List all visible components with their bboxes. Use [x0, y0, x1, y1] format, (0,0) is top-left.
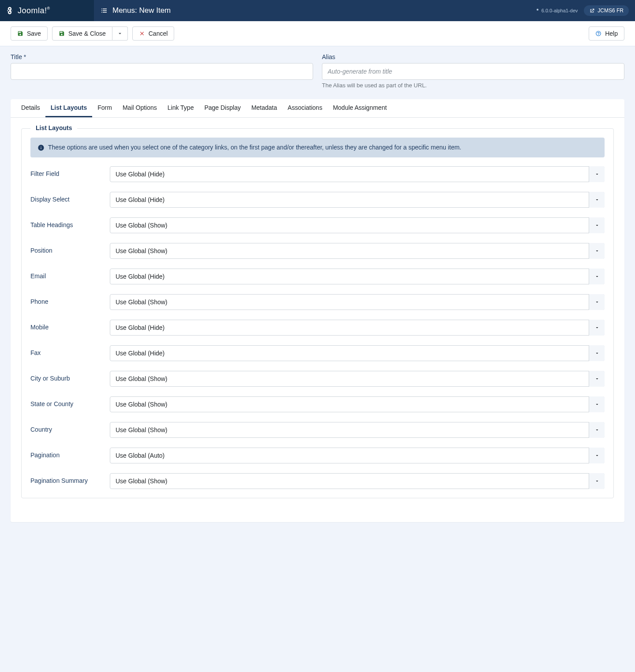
control-row: PositionUse Global (Show): [30, 243, 605, 259]
state-or-county-select[interactable]: Use Global (Show): [110, 396, 605, 412]
alias-label: Alias: [322, 53, 624, 60]
version-icon: [535, 8, 540, 13]
title-label: Title *: [11, 53, 313, 60]
alias-hint: The Alias will be used as part of the UR…: [322, 82, 624, 89]
control-input: Use Global (Hide): [110, 166, 605, 182]
control-label: Phone: [30, 294, 110, 305]
tab-module-assignment[interactable]: Module Assignment: [328, 99, 392, 117]
control-label: Position: [30, 243, 110, 254]
tab-mail-options[interactable]: Mail Options: [117, 99, 162, 117]
tab-list-layouts[interactable]: List Layouts: [45, 99, 92, 117]
control-label: Email: [30, 269, 110, 280]
select-wrap: Use Global (Hide): [110, 345, 605, 361]
page-heading: Menus: New Item: [94, 6, 171, 15]
control-row: FaxUse Global (Hide): [30, 345, 605, 361]
tabs: DetailsList LayoutsFormMail OptionsLink …: [11, 99, 624, 118]
brand-text: Joomla!®: [18, 6, 50, 15]
display-select-select[interactable]: Use Global (Hide): [110, 192, 605, 208]
control-label: Fax: [30, 345, 110, 356]
select-wrap: Use Global (Show): [110, 473, 605, 489]
cancel-button[interactable]: Cancel: [132, 26, 175, 41]
control-input: Use Global (Hide): [110, 345, 605, 361]
version-badge[interactable]: 6.0.0-alpha1-dev: [535, 8, 578, 13]
alias-input[interactable]: [322, 63, 624, 80]
page-title: Menus: New Item: [112, 6, 171, 15]
control-input: Use Global (Show): [110, 294, 605, 310]
chevron-down-icon: [117, 30, 123, 37]
select-wrap: Use Global (Auto): [110, 448, 605, 463]
phone-select[interactable]: Use Global (Show): [110, 294, 605, 310]
select-wrap: Use Global (Hide): [110, 269, 605, 284]
tab-form[interactable]: Form: [92, 99, 117, 117]
control-row: MobileUse Global (Hide): [30, 320, 605, 336]
control-row: Filter FieldUse Global (Hide): [30, 166, 605, 182]
topbar: Joomla!® Menus: New Item 6.0.0-alpha1-de…: [0, 0, 635, 21]
city-or-suburb-select[interactable]: Use Global (Show): [110, 371, 605, 387]
table-headings-select[interactable]: Use Global (Show): [110, 217, 605, 233]
mobile-select[interactable]: Use Global (Hide): [110, 320, 605, 336]
fax-select[interactable]: Use Global (Hide): [110, 345, 605, 361]
tab-link-type[interactable]: Link Type: [162, 99, 199, 117]
select-wrap: Use Global (Show): [110, 396, 605, 412]
control-input: Use Global (Show): [110, 396, 605, 412]
tab-page-display[interactable]: Page Display: [199, 99, 246, 117]
fieldset-legend: List Layouts: [30, 124, 77, 131]
tab-metadata[interactable]: Metadata: [246, 99, 282, 117]
control-row: CountryUse Global (Show): [30, 422, 605, 438]
list-icon: [100, 7, 108, 15]
save-button[interactable]: Save: [11, 26, 48, 41]
control-input: Use Global (Hide): [110, 269, 605, 284]
control-input: Use Global (Hide): [110, 192, 605, 208]
brand[interactable]: Joomla!®: [0, 0, 94, 21]
select-wrap: Use Global (Show): [110, 422, 605, 438]
help-button[interactable]: Help: [589, 26, 624, 41]
control-label: Country: [30, 422, 110, 433]
save-close-button[interactable]: Save & Close: [52, 26, 112, 41]
country-select[interactable]: Use Global (Show): [110, 422, 605, 438]
control-input: Use Global (Show): [110, 473, 605, 489]
control-input: Use Global (Auto): [110, 448, 605, 463]
select-wrap: Use Global (Hide): [110, 320, 605, 336]
save-close-group: Save & Close: [52, 26, 128, 41]
pagination-select[interactable]: Use Global (Auto): [110, 448, 605, 463]
control-label: Filter Field: [30, 166, 110, 177]
pagination-summary-select[interactable]: Use Global (Show): [110, 473, 605, 489]
control-label: Pagination: [30, 448, 110, 459]
save-dropdown-button[interactable]: [112, 26, 128, 41]
control-label: Table Headings: [30, 217, 110, 228]
control-row: EmailUse Global (Hide): [30, 269, 605, 284]
filter-field-select[interactable]: Use Global (Hide): [110, 166, 605, 182]
control-input: Use Global (Show): [110, 422, 605, 438]
control-input: Use Global (Show): [110, 243, 605, 259]
select-wrap: Use Global (Hide): [110, 192, 605, 208]
main-card: DetailsList LayoutsFormMail OptionsLink …: [11, 99, 624, 522]
select-wrap: Use Global (Show): [110, 243, 605, 259]
select-wrap: Use Global (Show): [110, 217, 605, 233]
control-label: Pagination Summary: [30, 473, 110, 484]
tab-associations[interactable]: Associations: [282, 99, 328, 117]
topbar-right: 6.0.0-alpha1-dev JCMS6 FR: [535, 5, 635, 16]
list-layouts-fieldset: List Layouts These options are used when…: [21, 128, 614, 498]
control-row: PaginationUse Global (Auto): [30, 448, 605, 463]
info-icon: [37, 144, 45, 151]
toolbar: Save Save & Close Cancel Help: [0, 21, 635, 46]
control-row: Table HeadingsUse Global (Show): [30, 217, 605, 233]
save-icon: [59, 30, 65, 37]
site-switch-button[interactable]: JCMS6 FR: [584, 5, 629, 16]
position-select[interactable]: Use Global (Show): [110, 243, 605, 259]
select-wrap: Use Global (Show): [110, 294, 605, 310]
tab-details[interactable]: Details: [16, 99, 45, 117]
email-select[interactable]: Use Global (Hide): [110, 269, 605, 284]
save-icon: [17, 30, 23, 37]
title-input[interactable]: [11, 63, 313, 80]
control-row: Pagination SummaryUse Global (Show): [30, 473, 605, 489]
control-label: State or County: [30, 396, 110, 407]
close-icon: [139, 30, 145, 37]
help-icon: [595, 30, 601, 37]
control-row: State or CountyUse Global (Show): [30, 396, 605, 412]
joomla-logo-icon: [5, 6, 14, 15]
control-input: Use Global (Show): [110, 217, 605, 233]
select-wrap: Use Global (Hide): [110, 166, 605, 182]
control-row: City or SuburbUse Global (Show): [30, 371, 605, 387]
control-row: Display SelectUse Global (Hide): [30, 192, 605, 208]
